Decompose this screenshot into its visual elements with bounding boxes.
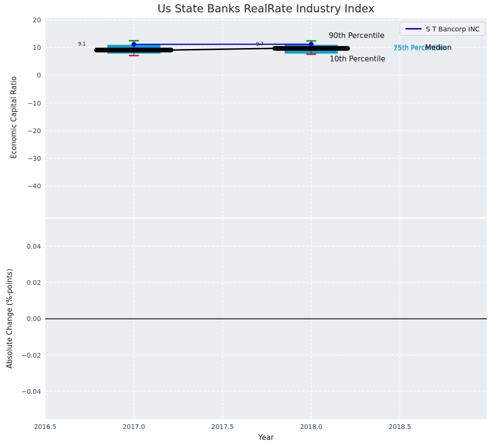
- bottom-plot-canvas: [45, 219, 487, 419]
- y-axis-label-top: Economic Capital Ratio: [9, 41, 19, 194]
- figure: Us State Banks RealRate Industry Index 9…: [0, 0, 492, 448]
- company-point: [309, 42, 314, 47]
- y-tick-label: −30: [1, 154, 41, 163]
- y-tick-label: 0.04: [1, 242, 41, 251]
- y-tick-label: −0.04: [1, 387, 41, 396]
- x-tick-label: 2018.5: [378, 422, 421, 431]
- y-tick-label: 0: [1, 71, 41, 79]
- x-tick-label: 2016.5: [24, 422, 67, 431]
- x-axis-label: Year: [45, 433, 487, 442]
- legend-label: S T Bancorp INC: [426, 25, 480, 33]
- chart-title: Us State Banks RealRate Industry Index: [45, 2, 487, 15]
- y-tick-label: −10: [1, 99, 41, 107]
- chart-annotation: 90th Percentile: [329, 31, 384, 40]
- y-tick-label: 10: [1, 43, 41, 52]
- chart-annotation: 9.7: [256, 41, 264, 47]
- legend-line-icon: [405, 28, 422, 29]
- y-tick-label: −40: [1, 182, 41, 190]
- y-tick-label: 0.00: [1, 314, 41, 323]
- top-plot-canvas: 9.19.790th Percentile10th Percentile75th…: [45, 18, 487, 217]
- y-tick-label: 20: [1, 16, 41, 24]
- median-line-connector: [171, 49, 275, 50]
- y-tick-label: −0.02: [1, 351, 41, 360]
- bottom-plot-area: [45, 219, 487, 419]
- x-tick-label: 2017.5: [201, 422, 244, 431]
- legend: S T Bancorp INC: [400, 22, 485, 36]
- top-plot-area: 9.19.790th Percentile10th Percentile75th…: [45, 18, 487, 217]
- x-tick-label: 2018.0: [290, 422, 333, 431]
- x-tick-label: 2017.0: [112, 422, 155, 431]
- company-point: [131, 42, 136, 47]
- y-tick-label: −20: [1, 127, 41, 135]
- chart-annotation: 10th Percentile: [330, 55, 385, 63]
- chart-annotation: 9.1: [78, 41, 86, 47]
- y-tick-label: 0.02: [1, 278, 41, 287]
- chart-annotation: Median: [425, 43, 452, 52]
